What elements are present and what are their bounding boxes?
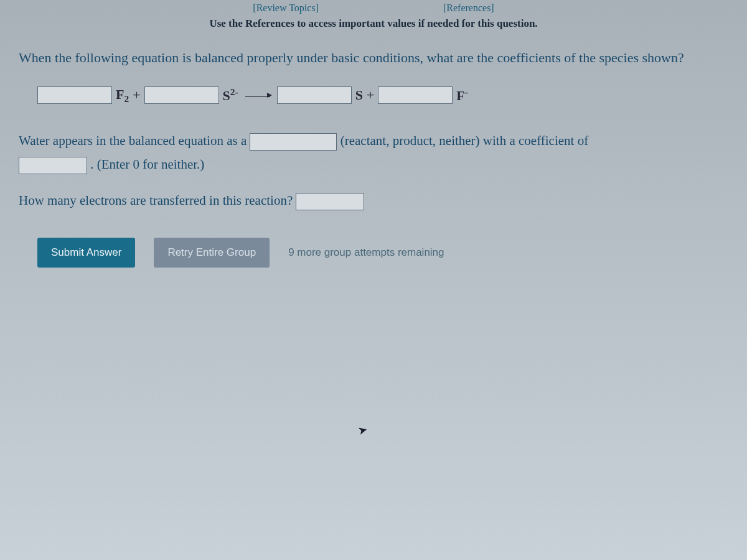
cursor-icon: ➤: [356, 422, 369, 437]
species-fminus: F-: [456, 86, 468, 104]
equation-row: F2 + S2- S + F-: [37, 86, 728, 105]
question-prompt: When the following equation is balanced …: [19, 49, 728, 68]
electrons-input[interactable]: [296, 193, 364, 210]
species-f2: F2: [116, 86, 129, 105]
references-link[interactable]: [References]: [443, 2, 494, 14]
coef-fminus-input[interactable]: [378, 86, 453, 104]
coef-f2-input[interactable]: [37, 86, 112, 104]
instruction-text: Use the References to access important v…: [0, 17, 747, 30]
attempts-remaining: 9 more group attempts remaining: [288, 246, 444, 259]
electrons-question: How many electrons are transferred in th…: [19, 189, 728, 213]
coef-s2minus-input[interactable]: [144, 86, 219, 104]
review-topics-link[interactable]: [Review Topics]: [253, 2, 319, 14]
retry-group-button[interactable]: Retry Entire Group: [154, 238, 270, 268]
coef-s-input[interactable]: [277, 86, 352, 104]
species-s2minus: S2-: [223, 86, 238, 104]
plus-2: +: [367, 87, 374, 103]
submit-answer-button[interactable]: Submit Answer: [37, 238, 135, 268]
water-role-input[interactable]: [250, 133, 337, 151]
plus-1: +: [133, 87, 140, 103]
water-question: Water appears in the balanced equation a…: [19, 129, 728, 177]
water-coef-input[interactable]: [19, 157, 87, 174]
species-s: S: [355, 87, 363, 103]
reaction-arrow-icon: [242, 88, 273, 103]
